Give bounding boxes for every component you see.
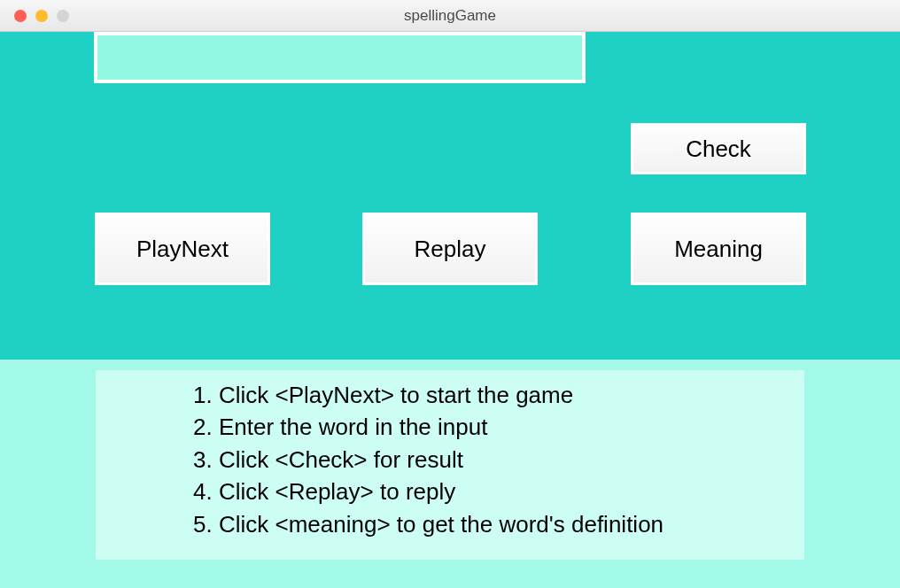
playnext-button[interactable]: PlayNext: [95, 213, 270, 285]
instruction-line-4: 4. Click <Replay> to reply: [193, 476, 707, 507]
instruction-line-3: 3. Click <Check> for result: [193, 444, 707, 476]
window-title: spellingGame: [0, 7, 900, 25]
check-button[interactable]: Check: [631, 123, 806, 174]
instructions-text: 1. Click <PlayNext> to start the game 2.…: [96, 370, 804, 560]
close-icon[interactable]: [14, 10, 27, 22]
word-input[interactable]: [94, 32, 586, 83]
instructions-panel: 1. Click <PlayNext> to start the game 2.…: [0, 360, 900, 588]
content-area: Check PlayNext Replay Meaning 1. Click <…: [0, 32, 900, 588]
minimize-icon[interactable]: [35, 10, 48, 22]
traffic-lights: [0, 10, 69, 22]
instruction-line-1: 1. Click <PlayNext> to start the game: [193, 379, 707, 411]
maximize-icon[interactable]: [57, 10, 69, 22]
controls-panel: Check PlayNext Replay Meaning: [0, 32, 900, 360]
instruction-line-5: 5. Click <meaning> to get the word's def…: [193, 508, 707, 540]
instruction-line-2: 2. Enter the word in the input: [193, 411, 707, 443]
titlebar: spellingGame: [0, 0, 900, 32]
app-window: spellingGame Check PlayNext Replay Meani…: [0, 0, 900, 588]
replay-button[interactable]: Replay: [362, 213, 538, 285]
meaning-button[interactable]: Meaning: [631, 213, 806, 285]
